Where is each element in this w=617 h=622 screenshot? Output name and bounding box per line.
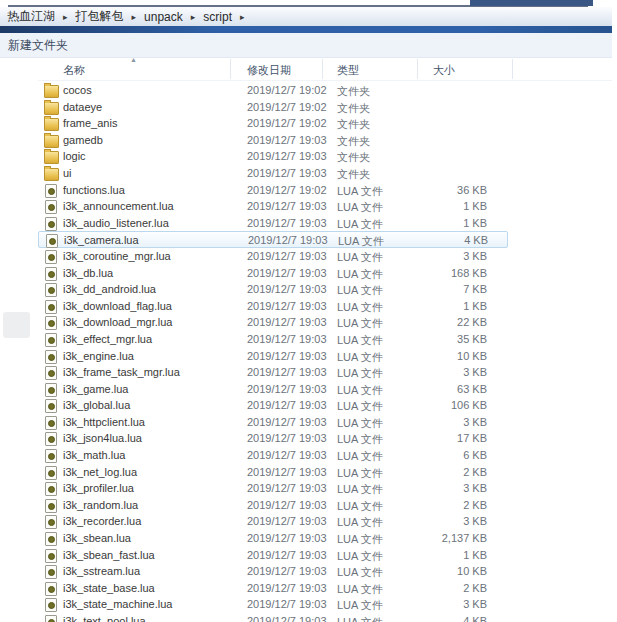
file-name: i3k_camera.lua — [64, 234, 139, 246]
lua-file-icon — [45, 300, 57, 314]
table-row[interactable]: i3k_sbean.lua 2019/12/7 19:03 LUA 文件 2,1… — [38, 530, 508, 547]
file-date: 2019/12/7 19:03 — [247, 432, 327, 444]
breadcrumb-item[interactable]: 打包解包 — [74, 8, 126, 25]
file-name: i3k_sstream.lua — [63, 565, 140, 577]
file-name: gamedb — [63, 134, 103, 146]
table-row[interactable]: i3k_math.lua 2019/12/7 19:03 LUA 文件 6 KB — [38, 447, 508, 464]
accent-divider-band — [0, 26, 612, 33]
file-date: 2019/12/7 19:03 — [247, 532, 327, 544]
lua-file-icon — [45, 532, 57, 546]
table-row[interactable]: i3k_global.lua 2019/12/7 19:03 LUA 文件 10… — [38, 397, 508, 414]
file-name: i3k_state_machine.lua — [63, 598, 172, 610]
table-row[interactable]: i3k_sbean_fast.lua 2019/12/7 19:03 LUA 文… — [38, 547, 508, 564]
file-name: i3k_download_mgr.lua — [63, 316, 172, 328]
file-size: 1 KB — [368, 549, 487, 561]
file-size: 22 KB — [368, 316, 487, 328]
file-date: 2019/12/7 19:03 — [247, 582, 327, 594]
table-row[interactable]: cocos 2019/12/7 19:02 文件夹 — [38, 82, 508, 99]
breadcrumb-item[interactable]: script — [201, 10, 234, 24]
table-row[interactable]: frame_anis 2019/12/7 19:02 文件夹 — [38, 115, 508, 132]
file-name: i3k_game.lua — [63, 383, 128, 395]
file-name: i3k_state_base.lua — [63, 582, 155, 594]
table-row[interactable]: ui 2019/12/7 19:03 文件夹 — [38, 165, 508, 182]
table-row[interactable]: i3k_profiler.lua 2019/12/7 19:03 LUA 文件 … — [38, 480, 508, 497]
table-row[interactable]: i3k_announcement.lua 2019/12/7 19:03 LUA… — [38, 198, 508, 215]
table-row[interactable]: functions.lua 2019/12/7 19:02 LUA 文件 36 … — [38, 182, 508, 199]
file-name: i3k_profiler.lua — [63, 482, 134, 494]
table-row[interactable]: i3k_download_flag.lua 2019/12/7 19:03 LU… — [38, 298, 508, 315]
table-row[interactable]: dataeye 2019/12/7 19:02 文件夹 — [38, 99, 508, 116]
file-date: 2019/12/7 19:03 — [247, 515, 327, 527]
table-row[interactable]: i3k_db.lua 2019/12/7 19:03 LUA 文件 168 KB — [38, 265, 508, 282]
file-date: 2019/12/7 19:03 — [247, 250, 327, 262]
table-row[interactable]: i3k_frame_task_mgr.lua 2019/12/7 19:03 L… — [38, 364, 508, 381]
file-date: 2019/12/7 19:03 — [247, 466, 327, 478]
table-row[interactable]: i3k_state_machine.lua 2019/12/7 19:03 LU… — [38, 596, 508, 613]
lua-file-icon — [45, 466, 57, 480]
folder-icon — [44, 102, 59, 115]
column-header-name[interactable]: 名称 — [63, 63, 85, 78]
table-row[interactable]: logic 2019/12/7 19:03 文件夹 — [38, 148, 508, 165]
table-row[interactable]: i3k_net_log.lua 2019/12/7 19:03 LUA 文件 2… — [38, 464, 508, 481]
top-strip — [0, 0, 612, 6]
file-name: i3k_db.lua — [63, 267, 113, 279]
breadcrumb-item[interactable]: 热血江湖 — [5, 8, 57, 25]
file-date: 2019/12/7 19:03 — [247, 549, 327, 561]
file-date: 2019/12/7 19:02 — [247, 84, 327, 96]
table-row[interactable]: i3k_engine.lua 2019/12/7 19:03 LUA 文件 10… — [38, 348, 508, 365]
file-date: 2019/12/7 19:03 — [247, 267, 327, 279]
table-row[interactable]: gamedb 2019/12/7 19:03 文件夹 — [38, 132, 508, 149]
lua-file-icon — [45, 200, 57, 214]
file-date: 2019/12/7 19:03 — [248, 234, 328, 246]
breadcrumb: 热血江湖▸打包解包▸unpack▸script▸ — [0, 8, 251, 25]
column-header-type[interactable]: 类型 — [337, 63, 359, 78]
file-name: i3k_sbean_fast.lua — [63, 549, 155, 561]
table-row[interactable]: i3k_effect_mgr.lua 2019/12/7 19:03 LUA 文… — [38, 331, 508, 348]
breadcrumb-arrow-icon: ▸ — [234, 12, 251, 22]
lua-file-icon — [45, 615, 57, 622]
address-bar[interactable]: 热血江湖▸打包解包▸unpack▸script▸ — [0, 7, 612, 26]
lua-file-icon — [45, 549, 57, 563]
file-name: logic — [63, 150, 86, 162]
table-row[interactable]: i3k_httpclient.lua 2019/12/7 19:03 LUA 文… — [38, 414, 508, 431]
lua-file-icon — [45, 283, 57, 297]
file-name: i3k_download_flag.lua — [63, 300, 172, 312]
table-row[interactable]: i3k_dd_android.lua 2019/12/7 19:03 LUA 文… — [38, 281, 508, 298]
table-row[interactable]: i3k_camera.lua 2019/12/7 19:03 LUA 文件 4 … — [38, 231, 508, 248]
file-size: 10 KB — [368, 565, 487, 577]
table-row[interactable]: i3k_audio_listener.lua 2019/12/7 19:03 L… — [38, 215, 508, 232]
column-divider — [417, 59, 418, 79]
lua-file-icon — [45, 333, 57, 347]
file-date: 2019/12/7 19:03 — [247, 333, 327, 345]
file-size: 3 KB — [368, 416, 487, 428]
file-name: i3k_coroutine_mgr.lua — [63, 250, 171, 262]
table-row[interactable]: i3k_download_mgr.lua 2019/12/7 19:03 LUA… — [38, 314, 508, 331]
column-header-date[interactable]: 修改日期 — [247, 63, 291, 78]
command-toolbar: 新建文件夹 — [0, 33, 612, 58]
lua-file-icon — [45, 267, 57, 281]
file-size: 3 KB — [368, 250, 487, 262]
table-row[interactable]: i3k_game.lua 2019/12/7 19:03 LUA 文件 63 K… — [38, 381, 508, 398]
file-date: 2019/12/7 19:03 — [247, 383, 327, 395]
table-row[interactable]: i3k_json4lua.lua 2019/12/7 19:03 LUA 文件 … — [38, 430, 508, 447]
lua-file-icon — [45, 366, 57, 380]
file-date: 2019/12/7 19:03 — [247, 449, 327, 461]
breadcrumb-item[interactable]: unpack — [142, 10, 185, 24]
new-folder-button[interactable]: 新建文件夹 — [0, 37, 68, 54]
lua-file-icon — [46, 234, 58, 248]
table-row[interactable]: i3k_text_pool.lua 2019/12/7 19:03 LUA 文件… — [38, 613, 508, 622]
left-pane-fragment — [3, 312, 30, 338]
table-row[interactable]: i3k_random.lua 2019/12/7 19:03 LUA 文件 2 … — [38, 497, 508, 514]
table-row[interactable]: i3k_sstream.lua 2019/12/7 19:03 LUA 文件 1… — [38, 563, 508, 580]
file-name: i3k_math.lua — [63, 449, 125, 461]
lua-file-icon — [45, 416, 57, 430]
file-size: 7 KB — [368, 283, 487, 295]
lua-file-icon — [45, 598, 57, 612]
column-header-size[interactable]: 大小 — [433, 63, 455, 78]
table-row[interactable]: i3k_recorder.lua 2019/12/7 19:03 LUA 文件 … — [38, 513, 508, 530]
file-name: i3k_random.lua — [63, 499, 138, 511]
table-row[interactable]: i3k_coroutine_mgr.lua 2019/12/7 19:03 LU… — [38, 248, 508, 265]
table-row[interactable]: i3k_state_base.lua 2019/12/7 19:03 LUA 文… — [38, 580, 508, 597]
lua-file-icon — [45, 217, 57, 231]
file-size: 17 KB — [368, 432, 487, 444]
